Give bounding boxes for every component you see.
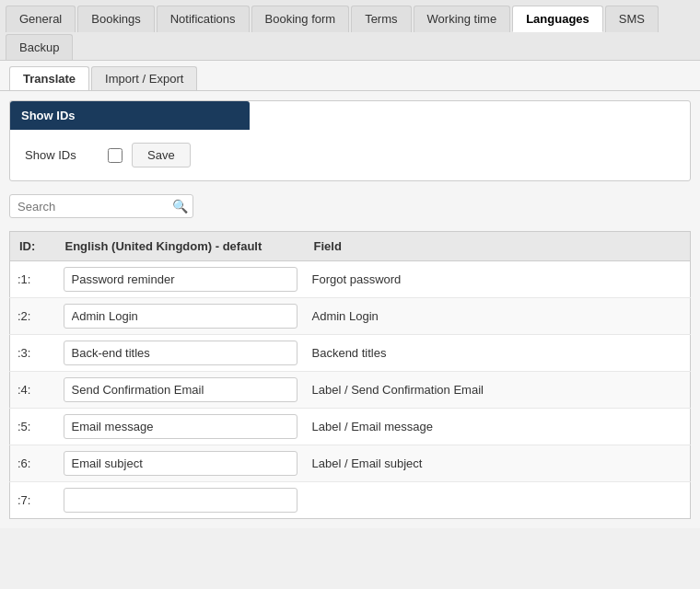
table-row: :4:Label / Send Confirmation Email (10, 372, 691, 409)
translation-input[interactable] (64, 267, 298, 292)
row-english-col (56, 445, 305, 482)
row-english-col (56, 409, 305, 445)
translation-input[interactable] (64, 488, 298, 513)
table-row: :2:Admin Login (10, 298, 691, 335)
row-id: :5: (10, 409, 56, 445)
translation-input[interactable] (64, 377, 298, 402)
col-header-field: Field (305, 232, 691, 261)
table-header: ID: English (United Kingdom) - default F… (10, 232, 691, 261)
row-english-col (56, 261, 305, 298)
search-icon: 🔍 (172, 199, 188, 214)
translation-input[interactable] (64, 304, 298, 329)
col-header-id: ID: (10, 232, 56, 261)
show-ids-panel: Show IDs Show IDs Save (9, 100, 691, 181)
top-nav-tab-backup[interactable]: Backup (6, 34, 73, 60)
row-english-col (56, 335, 305, 372)
row-english-col (56, 482, 305, 519)
row-id: :3: (10, 335, 56, 372)
sub-nav-tab-translate[interactable]: Translate (9, 66, 89, 90)
row-id: :1: (10, 261, 56, 298)
row-field (305, 482, 691, 519)
table-row: :5:Label / Email message (10, 409, 691, 445)
show-ids-checkbox[interactable] (108, 148, 122, 163)
col-header-english: English (United Kingdom) - default (56, 232, 305, 261)
row-field: Backend titles (305, 335, 691, 372)
show-ids-label: Show IDs (25, 148, 99, 162)
sub-nav-tab-import-/-export[interactable]: Import / Export (91, 66, 197, 90)
row-field: Label / Email message (305, 409, 691, 445)
top-nav-tab-bookings[interactable]: Bookings (77, 6, 154, 32)
row-field: Label / Send Confirmation Email (305, 372, 691, 409)
table-row: :6:Label / Email subject (10, 445, 691, 482)
row-field: Label / Email subject (305, 445, 691, 482)
search-input[interactable] (18, 200, 172, 214)
sub-nav: TranslateImport / Export (0, 61, 700, 91)
row-id: :6: (10, 445, 56, 482)
top-nav: GeneralBookingsNotificationsBooking form… (0, 0, 700, 61)
translation-table: ID: English (United Kingdom) - default F… (9, 231, 691, 519)
main-content: Show IDs Show IDs Save 🔍 ID: English (Un… (0, 91, 700, 528)
table-body: :1:Forgot password:2:Admin Login:3:Backe… (10, 261, 691, 519)
show-ids-body: Show IDs Save (10, 130, 690, 180)
top-nav-tab-languages[interactable]: Languages (512, 6, 603, 32)
show-ids-header: Show IDs (10, 101, 250, 130)
translation-input[interactable] (64, 341, 298, 365)
top-nav-tab-booking-form[interactable]: Booking form (251, 6, 350, 32)
row-field: Admin Login (305, 298, 691, 335)
top-nav-tab-sms[interactable]: SMS (605, 6, 659, 32)
row-id: :4: (10, 372, 56, 409)
top-nav-tab-terms[interactable]: Terms (351, 6, 411, 32)
table-row: :1:Forgot password (10, 261, 691, 298)
save-button[interactable]: Save (132, 143, 191, 167)
row-id: :2: (10, 298, 56, 335)
translation-input[interactable] (64, 451, 298, 476)
translation-input[interactable] (64, 414, 298, 439)
row-id: :7: (10, 482, 56, 519)
table-row: :7: (10, 482, 691, 519)
top-nav-tab-notifications[interactable]: Notifications (157, 6, 250, 32)
search-container: 🔍 (9, 194, 691, 218)
row-field: Forgot password (305, 261, 691, 298)
row-english-col (56, 372, 305, 409)
search-wrapper: 🔍 (9, 194, 193, 218)
table-row: :3:Backend titles (10, 335, 691, 372)
row-english-col (56, 298, 305, 335)
top-nav-tab-general[interactable]: General (6, 6, 76, 32)
top-nav-tab-working-time[interactable]: Working time (414, 6, 511, 32)
